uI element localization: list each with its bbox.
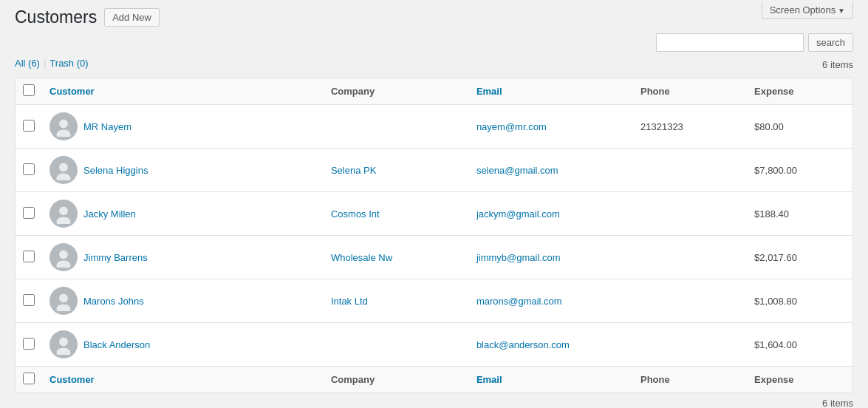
row-checkbox-cell: [16, 192, 43, 236]
svg-point-8: [59, 293, 68, 302]
phone-cell: [633, 192, 747, 236]
footer-column-expense: Expense: [747, 367, 852, 393]
company-cell: Cosmos Int: [324, 192, 469, 236]
add-new-button[interactable]: Add New: [104, 8, 160, 27]
row-checkbox[interactable]: [23, 251, 35, 262]
row-checkbox[interactable]: [23, 294, 35, 306]
table-row: Marons JohnsIntak Ltdmarons@gmail.com$1,…: [16, 279, 853, 323]
footer-sort-email-link[interactable]: Email: [476, 374, 502, 385]
email-link[interactable]: selena@gmail.com: [476, 165, 558, 176]
company-cell: Intak Ltd: [324, 279, 469, 323]
email-cell: selena@gmail.com: [469, 149, 633, 192]
select-all-checkbox[interactable]: [23, 84, 35, 96]
avatar: [49, 156, 78, 184]
footer-column-company: Company: [324, 367, 469, 393]
email-link[interactable]: jimmyb@gmail.com: [476, 252, 561, 263]
select-all-header[interactable]: [16, 78, 43, 105]
customer-name-link[interactable]: MR Nayem: [83, 121, 131, 132]
email-cell: marons@gmail.com: [469, 279, 633, 323]
customer-name-link[interactable]: Selena Higgins: [83, 165, 148, 176]
email-link[interactable]: nayem@mr.com: [476, 121, 547, 132]
company-cell: [324, 323, 469, 367]
column-header-expense: Expense: [747, 78, 852, 105]
svg-point-5: [56, 217, 70, 224]
company-link[interactable]: Wholesale Nw: [331, 252, 392, 263]
page-title: Customers: [15, 7, 97, 27]
expense-cell: $80.00: [747, 105, 852, 149]
svg-point-6: [59, 250, 68, 259]
customer-name-link[interactable]: Marons Johns: [83, 296, 144, 307]
company-link[interactable]: Intak Ltd: [331, 296, 368, 307]
email-link[interactable]: black@anderson.com: [476, 339, 570, 350]
table-row: Black Andersonblack@anderson.com$1,604.0…: [16, 323, 853, 367]
phone-cell: [633, 149, 747, 192]
avatar: [49, 287, 78, 315]
column-header-customer: Customer: [42, 78, 324, 105]
customer-cell: Selena Higgins: [42, 149, 324, 192]
company-link[interactable]: Cosmos Int: [331, 208, 380, 220]
phone-cell: [633, 279, 747, 323]
expense-cell: $1,008.80: [747, 279, 852, 323]
customer-name-link[interactable]: Jacky Millen: [83, 208, 136, 220]
column-header-phone: Phone: [633, 78, 747, 105]
customer-name-link[interactable]: Jimmy Barrens: [83, 252, 148, 263]
email-cell: jimmyb@gmail.com: [469, 236, 633, 279]
phone-cell: [633, 236, 747, 279]
filter-all-link[interactable]: All (6): [15, 58, 40, 69]
screen-options-button[interactable]: Screen Options: [762, 1, 853, 19]
customer-cell: Black Anderson: [42, 323, 324, 367]
svg-point-7: [56, 260, 70, 268]
avatar: [49, 112, 78, 140]
expense-cell: $1,604.00: [747, 323, 852, 367]
sort-email-link[interactable]: Email: [476, 86, 502, 97]
company-link[interactable]: Selena PK: [331, 165, 376, 176]
customers-table: Customer Company Email Phone Expense MR …: [15, 78, 853, 393]
svg-point-10: [59, 337, 68, 346]
row-checkbox[interactable]: [23, 163, 35, 175]
select-all-footer[interactable]: [16, 367, 43, 393]
row-checkbox[interactable]: [23, 338, 35, 350]
expense-cell: $2,017.60: [747, 236, 852, 279]
customer-cell: Marons Johns: [42, 279, 324, 323]
svg-point-11: [56, 347, 70, 355]
customer-cell: MR Nayem: [42, 105, 324, 149]
row-checkbox[interactable]: [23, 120, 35, 132]
company-cell: Wholesale Nw: [324, 236, 469, 279]
select-all-footer-checkbox[interactable]: [23, 373, 35, 384]
items-count-bottom: 6 items: [15, 398, 853, 408]
filter-links: All (6) | Trash (0): [15, 58, 89, 69]
search-button[interactable]: search: [808, 33, 853, 52]
svg-point-9: [56, 304, 70, 311]
svg-point-3: [56, 173, 70, 180]
email-cell: jackym@gmail.com: [469, 192, 633, 236]
table-row: MR Nayemnayem@mr.com21321323$80.00: [16, 105, 853, 149]
filter-trash-link[interactable]: Trash (0): [49, 58, 88, 69]
svg-point-0: [59, 119, 68, 128]
email-link[interactable]: jackym@gmail.com: [476, 208, 560, 220]
company-cell: Selena PK: [324, 149, 469, 192]
email-link[interactable]: marons@gmail.com: [476, 296, 562, 307]
table-row: Selena HigginsSelena PKselena@gmail.com$…: [16, 149, 853, 192]
table-row: Jimmy BarrensWholesale Nwjimmyb@gmail.co…: [16, 236, 853, 279]
svg-point-4: [59, 206, 68, 215]
svg-point-2: [59, 163, 68, 171]
email-cell: nayem@mr.com: [469, 105, 633, 149]
row-checkbox-cell: [16, 323, 43, 367]
expense-cell: $7,800.00: [747, 149, 852, 192]
customer-cell: Jacky Millen: [42, 192, 324, 236]
column-header-company: Company: [324, 78, 469, 105]
footer-sort-customer-link[interactable]: Customer: [49, 374, 95, 385]
avatar: [49, 243, 78, 271]
sort-customer-link[interactable]: Customer: [49, 86, 95, 97]
footer-column-customer: Customer: [42, 367, 324, 393]
search-input[interactable]: [656, 33, 804, 52]
column-header-email: Email: [469, 78, 633, 105]
svg-point-1: [56, 129, 70, 137]
email-cell: black@anderson.com: [469, 323, 633, 367]
row-checkbox[interactable]: [23, 207, 35, 219]
phone-cell: 21321323: [633, 105, 747, 149]
row-checkbox-cell: [16, 149, 43, 192]
expense-cell: $188.40: [747, 192, 852, 236]
table-row: Jacky MillenCosmos Intjackym@gmail.com$1…: [16, 192, 853, 236]
customer-name-link[interactable]: Black Anderson: [83, 339, 150, 350]
